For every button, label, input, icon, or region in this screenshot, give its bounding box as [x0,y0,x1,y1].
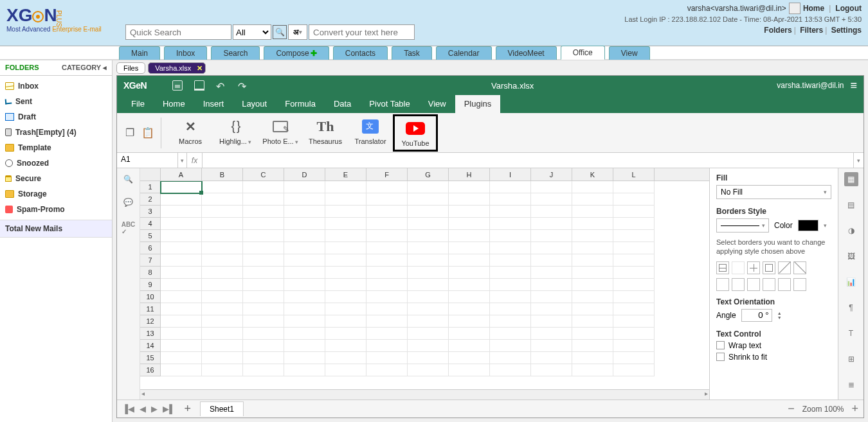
row-header-1[interactable]: 1 [140,181,161,193]
cell-D2[interactable] [284,193,325,206]
fill-select[interactable]: No Fill▾ [716,185,831,199]
cell-J1[interactable] [531,181,572,193]
undo-icon[interactable] [216,80,226,91]
row-header-9[interactable]: 9 [140,279,161,291]
chart-icon[interactable]: 📊 [844,275,858,289]
cell-J13[interactable] [531,328,572,340]
table-icon[interactable]: ▤ [844,198,858,212]
cell-C5[interactable] [243,230,284,242]
cell-H14[interactable] [449,340,490,352]
cell-J14[interactable] [531,340,572,352]
cell-B3[interactable] [202,206,243,218]
cell-E10[interactable] [325,291,366,303]
cell-H16[interactable] [449,364,490,376]
row-header-8[interactable]: 8 [140,267,161,279]
cell-G1[interactable] [408,181,449,193]
cell-D5[interactable] [284,230,325,242]
cell-B13[interactable] [202,328,243,340]
cell-E3[interactable] [325,206,366,218]
cell-B11[interactable] [202,303,243,315]
cell-C8[interactable] [243,267,284,279]
cell-A10[interactable] [161,291,202,303]
cell-K15[interactable] [572,352,613,364]
horizontal-scrollbar[interactable] [140,389,709,400]
cell-A8[interactable] [161,267,202,279]
menu-insert[interactable]: Insert [194,95,233,113]
menu-data[interactable]: Data [325,95,360,113]
cell-F3[interactable] [366,206,408,218]
cell-F6[interactable] [366,242,408,254]
nav-first-icon[interactable]: ▐◀ [122,404,134,414]
cell-I8[interactable] [490,267,531,279]
menu-pivot-table[interactable]: Pivot Table [360,95,419,113]
menu-view[interactable]: View [419,95,455,113]
slicer-icon[interactable]: ≣ [844,378,858,392]
cell-F8[interactable] [366,267,408,279]
cell-K5[interactable] [572,230,613,242]
cell-H2[interactable] [449,193,490,206]
cell-A16[interactable] [161,364,202,376]
cell-F4[interactable] [366,218,408,230]
nav-prev-icon[interactable]: ◀ [140,404,146,414]
cell-J6[interactable] [531,242,572,254]
row-header-16[interactable]: 16 [140,364,161,376]
cell-F9[interactable] [366,279,408,291]
cell-G14[interactable] [408,340,449,352]
cell-I15[interactable] [490,352,531,364]
wrap-text-check[interactable]: Wrap text [716,341,831,350]
add-sheet-button[interactable]: + [184,402,191,416]
angle-spinner[interactable]: ▲▼ [777,311,782,320]
cell-E11[interactable] [325,303,366,315]
cell-A1[interactable] [161,181,202,193]
row-header-2[interactable]: 2 [140,193,161,206]
cell-G16[interactable] [408,364,449,376]
col-header-D[interactable]: D [284,168,325,180]
cell-G13[interactable] [408,328,449,340]
row-header-13[interactable]: 13 [140,328,161,340]
col-header-F[interactable]: F [366,168,408,180]
total-new-mails[interactable]: Total New Mails [0,220,112,238]
cell-I4[interactable] [490,218,531,230]
main-tab-videomeet[interactable]: VideoMeet [496,46,557,60]
row-header-7[interactable]: 7 [140,254,161,267]
cell-H15[interactable] [449,352,490,364]
cell-C6[interactable] [243,242,284,254]
cell-B4[interactable] [202,218,243,230]
cell-G6[interactable] [408,242,449,254]
cell-E5[interactable] [325,230,366,242]
cell-C13[interactable] [243,328,284,340]
cell-G10[interactable] [408,291,449,303]
cell-C15[interactable] [243,352,284,364]
cell-L3[interactable] [613,206,655,218]
plugin-highlight[interactable]: Highlig...▾ [213,114,258,152]
cell-A9[interactable] [161,279,202,291]
cell-K12[interactable] [572,315,613,328]
cell-G2[interactable] [408,193,449,206]
paste-icon[interactable]: 📋 [139,124,154,141]
border-outer[interactable] [763,261,775,274]
cell-E8[interactable] [325,267,366,279]
cell-C2[interactable] [243,193,284,206]
cell-L13[interactable] [613,328,655,340]
folder-draft[interactable]: Draft [0,109,112,125]
cell-J10[interactable] [531,291,572,303]
cell-A14[interactable] [161,340,202,352]
cell-D15[interactable] [284,352,325,364]
menu-file[interactable]: File [122,95,154,113]
cell-G9[interactable] [408,279,449,291]
cell-B6[interactable] [202,242,243,254]
cell-E14[interactable] [325,340,366,352]
cell-D3[interactable] [284,206,325,218]
cell-D1[interactable] [284,181,325,193]
border-inner[interactable] [747,261,760,274]
cell-L2[interactable] [613,193,655,206]
cell-F10[interactable] [366,291,408,303]
row-header-12[interactable]: 12 [140,315,161,328]
redo-icon[interactable] [238,80,248,91]
border-style-select[interactable]: ▾ [716,218,769,233]
cell-K6[interactable] [572,242,613,254]
cell-A15[interactable] [161,352,202,364]
cell-ref-dropdown[interactable]: ▾ [178,153,187,168]
logout-link[interactable]: Logout [835,4,862,13]
cell-G4[interactable] [408,218,449,230]
